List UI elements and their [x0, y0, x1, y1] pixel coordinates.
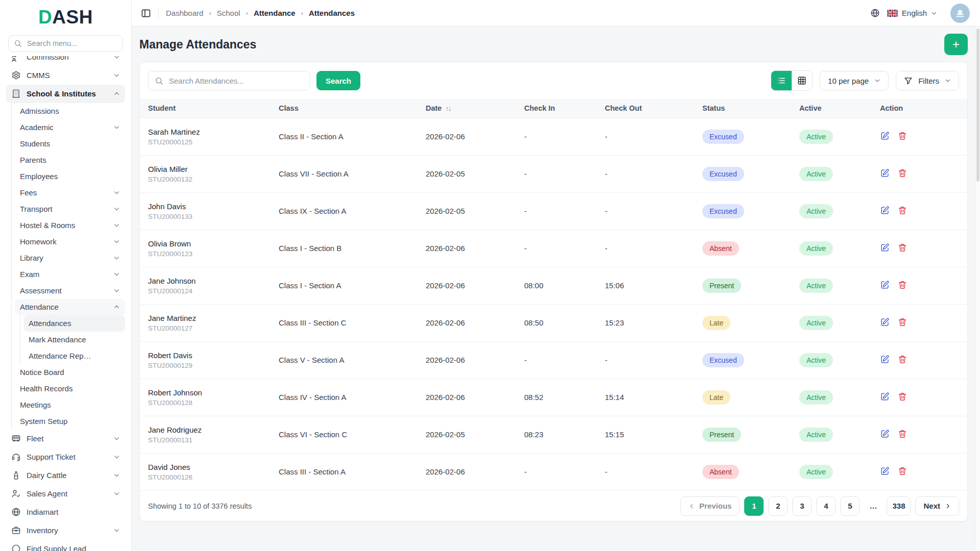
scrollbar-thumb[interactable]	[976, 29, 979, 182]
delete-button[interactable]	[898, 466, 907, 476]
edit-button[interactable]	[880, 355, 890, 364]
delete-button[interactable]	[898, 131, 907, 141]
sidebar-item-attendances[interactable]: Attendances	[23, 315, 125, 332]
edit-button[interactable]	[880, 243, 890, 253]
sidebar-item-label: Health Records	[20, 384, 120, 393]
sidebar-item-health-records[interactable]: Health Records	[15, 381, 125, 397]
sidebar-item-meetings[interactable]: Meetings	[15, 397, 125, 413]
sidebar-item-transport[interactable]: Transport	[15, 201, 125, 217]
delete-button[interactable]	[898, 168, 907, 178]
breadcrumb-school[interactable]: School	[217, 9, 240, 17]
chevron-down-icon	[931, 10, 937, 16]
breadcrumb-dashboard[interactable]: Dashboard	[166, 9, 203, 17]
language-selector[interactable]: English	[887, 9, 937, 17]
student-name: Robert Johnson	[148, 388, 271, 397]
grid-view-button[interactable]	[792, 71, 812, 90]
column-header-date[interactable]: Date↑↓	[418, 99, 516, 118]
chevron-down-icon	[113, 189, 120, 196]
sidebar-item-attendance-rep[interactable]: Attendance Rep…	[23, 348, 125, 364]
edit-button[interactable]	[880, 429, 890, 439]
sidebar-item-exam[interactable]: Exam	[15, 266, 125, 283]
sidebar-item-admissions[interactable]: Admissions	[15, 103, 125, 119]
edit-button[interactable]	[880, 392, 890, 402]
sidebar-item-inventory[interactable]: Inventory	[6, 521, 125, 540]
sidebar-item-school-institutes[interactable]: School & Institutes	[6, 85, 125, 103]
per-page-select[interactable]: 10 per page	[820, 71, 889, 90]
delete-button[interactable]	[898, 280, 907, 290]
filters-button[interactable]: Filters	[896, 71, 959, 90]
edit-button[interactable]	[880, 280, 890, 290]
sidebar-item-notice-board[interactable]: Notice Board	[15, 364, 125, 381]
sidebar-item-assessment[interactable]: Assessment	[15, 283, 125, 299]
check-in-cell: 08:00	[516, 267, 597, 304]
chevron-down-icon	[113, 206, 120, 212]
status-badge: Excused	[702, 167, 744, 181]
sidebar-item-library[interactable]: Library	[15, 250, 125, 266]
sidebar-item-sales-agent[interactable]: Sales Agent	[6, 485, 125, 503]
sidebar-item-label: Transport	[20, 205, 108, 213]
sidebar-item-system-setup[interactable]: System Setup	[15, 413, 125, 430]
edit-button[interactable]	[880, 466, 890, 476]
sidebar-item-indiamart[interactable]: Indiamart	[6, 503, 125, 521]
edit-button[interactable]	[880, 131, 890, 141]
column-header-check-out: Check Out	[597, 99, 694, 118]
page-button-338[interactable]: 338	[887, 496, 911, 516]
edit-button[interactable]	[880, 168, 890, 178]
avatar[interactable]	[950, 4, 970, 23]
sidebar-item-commission[interactable]: Commission	[6, 56, 125, 66]
sidebar-item-fleet[interactable]: Fleet	[6, 430, 125, 448]
delete-button[interactable]	[898, 429, 907, 439]
sidebar-item-employees[interactable]: Employees	[15, 168, 125, 185]
search-button[interactable]: Search	[316, 71, 360, 90]
previous-page-button[interactable]: Previous	[680, 496, 740, 516]
add-attendance-button[interactable]: +	[944, 34, 968, 55]
globe-icon[interactable]	[870, 8, 880, 18]
sidebar-toggle-icon[interactable]	[141, 8, 151, 18]
sidebar-item-support-ticket[interactable]: Support Ticket	[6, 448, 125, 466]
edit-button[interactable]	[880, 317, 890, 327]
class-cell: Class VI - Section C	[271, 416, 418, 453]
delete-button[interactable]	[898, 243, 907, 253]
sidebar-item-fees[interactable]: Fees	[15, 185, 125, 201]
student-id: STU20000128	[148, 399, 271, 407]
sidebar-item-label: Inventory	[27, 526, 108, 535]
page-button-1[interactable]: 1	[744, 496, 764, 516]
sidebar-item-hostel-rooms[interactable]: Hostel & Rooms	[15, 217, 125, 234]
menu-search[interactable]	[8, 35, 123, 52]
delete-button[interactable]	[898, 206, 907, 215]
delete-button[interactable]	[898, 392, 907, 402]
sidebar-item-find-supply-lead[interactable]: Find Supply Lead	[6, 540, 125, 551]
sidebar-item-homework[interactable]: Homework	[15, 234, 125, 250]
page-scrollbar[interactable]	[975, 27, 980, 551]
sidebar-item-parents[interactable]: Parents	[15, 152, 125, 168]
page-button-3[interactable]: 3	[792, 496, 812, 516]
next-page-button[interactable]: Next	[915, 496, 959, 516]
page-button-5[interactable]: 5	[840, 496, 860, 516]
breadcrumb-attendance[interactable]: Attendance	[254, 9, 296, 17]
sidebar-item-academic[interactable]: Academic	[15, 119, 125, 136]
menu-search-input[interactable]	[26, 39, 117, 48]
sort-icon[interactable]: ↑↓	[445, 105, 451, 112]
delete-button[interactable]	[898, 317, 907, 327]
active-badge: Active	[799, 465, 833, 479]
sidebar-item-dairy-cattle[interactable]: Dairy Cattle	[6, 466, 125, 485]
attendance-search[interactable]	[148, 71, 310, 90]
sidebar-item-label: School & Institutes	[27, 89, 108, 98]
attendance-search-input[interactable]	[168, 76, 304, 86]
sidebar-item-label: Meetings	[20, 400, 120, 409]
org-logo-icon	[954, 8, 966, 19]
active-badge: Active	[799, 204, 833, 218]
page-button-2[interactable]: 2	[768, 496, 788, 516]
sidebar-item-mark-attendance[interactable]: Mark Attendance	[23, 332, 125, 348]
sidebar-item-students[interactable]: Students	[15, 136, 125, 152]
edit-button[interactable]	[880, 206, 890, 215]
delete-button[interactable]	[898, 355, 907, 364]
check-in-cell: -	[516, 192, 597, 230]
sidebar-item-attendance[interactable]: Attendance	[15, 299, 125, 315]
page-button-4[interactable]: 4	[816, 496, 836, 516]
sidebar-item-label: Fees	[20, 188, 108, 197]
list-view-button[interactable]	[771, 71, 792, 90]
sidebar-item-cmms[interactable]: CMMS	[6, 66, 125, 85]
filters-label: Filters	[918, 77, 939, 85]
breadcrumb-attendances[interactable]: Attendances	[309, 9, 355, 17]
